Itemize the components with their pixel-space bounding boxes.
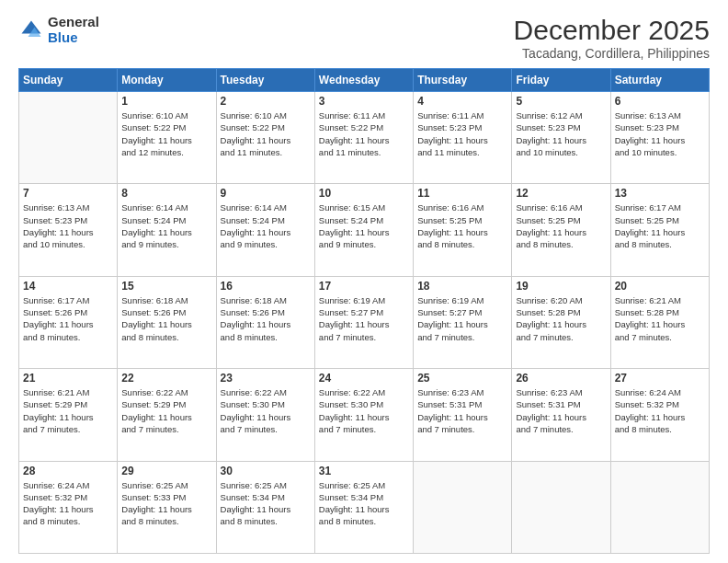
day-number: 11 [417, 187, 507, 200]
calendar-cell: 20Sunrise: 6:21 AM Sunset: 5:28 PM Dayli… [610, 276, 709, 368]
calendar-day-header: Wednesday [314, 69, 413, 92]
day-info: Sunrise: 6:22 AM Sunset: 5:30 PM Dayligh… [319, 386, 409, 435]
day-info: Sunrise: 6:19 AM Sunset: 5:27 PM Dayligh… [319, 294, 409, 343]
svg-marker-0 [22, 20, 41, 33]
day-number: 12 [516, 187, 606, 200]
day-info: Sunrise: 6:12 AM Sunset: 5:23 PM Dayligh… [516, 109, 606, 158]
day-number: 27 [615, 372, 705, 385]
calendar-cell: 7Sunrise: 6:13 AM Sunset: 5:23 PM Daylig… [19, 184, 118, 276]
day-number: 31 [319, 465, 409, 477]
day-number: 25 [417, 372, 507, 385]
day-info: Sunrise: 6:19 AM Sunset: 5:27 PM Dayligh… [417, 294, 507, 343]
header: General Blue December 2025 Tacadang, Cor… [18, 15, 710, 61]
calendar-cell: 15Sunrise: 6:18 AM Sunset: 5:26 PM Dayli… [118, 276, 216, 368]
day-number: 28 [23, 465, 113, 477]
calendar-cell: 18Sunrise: 6:19 AM Sunset: 5:27 PM Dayli… [414, 276, 512, 368]
day-number: 5 [516, 95, 606, 108]
calendar-cell: 9Sunrise: 6:14 AM Sunset: 5:24 PM Daylig… [216, 184, 314, 276]
day-number: 8 [121, 187, 211, 200]
calendar-cell: 2Sunrise: 6:10 AM Sunset: 5:22 PM Daylig… [216, 92, 314, 184]
calendar-subtitle: Tacadang, Cordillera, Philippines [514, 46, 710, 61]
day-info: Sunrise: 6:14 AM Sunset: 5:24 PM Dayligh… [121, 201, 211, 250]
day-number: 15 [121, 280, 211, 293]
calendar-cell: 19Sunrise: 6:20 AM Sunset: 5:28 PM Dayli… [512, 276, 610, 368]
calendar-day-header: Saturday [610, 69, 709, 92]
calendar-cell: 31Sunrise: 6:25 AM Sunset: 5:34 PM Dayli… [314, 461, 413, 553]
day-info: Sunrise: 6:25 AM Sunset: 5:33 PM Dayligh… [121, 479, 211, 528]
calendar-cell [610, 461, 709, 553]
calendar-cell: 29Sunrise: 6:25 AM Sunset: 5:33 PM Dayli… [118, 461, 216, 553]
title-block: December 2025 Tacadang, Cordillera, Phil… [514, 15, 710, 61]
day-info: Sunrise: 6:22 AM Sunset: 5:30 PM Dayligh… [221, 386, 311, 435]
calendar-week-row: 14Sunrise: 6:17 AM Sunset: 5:26 PM Dayli… [19, 276, 710, 368]
day-number: 23 [221, 372, 311, 385]
day-info: Sunrise: 6:25 AM Sunset: 5:34 PM Dayligh… [319, 479, 409, 528]
day-info: Sunrise: 6:23 AM Sunset: 5:31 PM Dayligh… [516, 386, 606, 435]
calendar-day-header: Sunday [19, 69, 118, 92]
day-info: Sunrise: 6:21 AM Sunset: 5:28 PM Dayligh… [615, 294, 705, 343]
day-info: Sunrise: 6:24 AM Sunset: 5:32 PM Dayligh… [615, 386, 705, 435]
calendar-week-row: 1Sunrise: 6:10 AM Sunset: 5:22 PM Daylig… [19, 92, 710, 184]
day-number: 26 [516, 372, 606, 385]
day-number: 13 [615, 187, 705, 200]
day-number: 2 [221, 95, 311, 108]
day-info: Sunrise: 6:11 AM Sunset: 5:22 PM Dayligh… [319, 109, 409, 158]
day-number: 20 [615, 280, 705, 293]
calendar-cell: 6Sunrise: 6:13 AM Sunset: 5:23 PM Daylig… [610, 92, 709, 184]
day-info: Sunrise: 6:14 AM Sunset: 5:24 PM Dayligh… [221, 201, 311, 250]
calendar-cell: 30Sunrise: 6:25 AM Sunset: 5:34 PM Dayli… [216, 461, 314, 553]
day-number: 21 [23, 372, 113, 385]
calendar-header-row: SundayMondayTuesdayWednesdayThursdayFrid… [19, 69, 710, 92]
calendar-table: SundayMondayTuesdayWednesdayThursdayFrid… [18, 68, 710, 554]
day-info: Sunrise: 6:17 AM Sunset: 5:25 PM Dayligh… [615, 201, 705, 250]
day-number: 19 [516, 280, 606, 293]
day-info: Sunrise: 6:23 AM Sunset: 5:31 PM Dayligh… [417, 386, 507, 435]
logo-text: General Blue [48, 15, 99, 45]
day-number: 14 [23, 280, 113, 293]
day-number: 4 [417, 95, 507, 108]
calendar-cell: 3Sunrise: 6:11 AM Sunset: 5:22 PM Daylig… [314, 92, 413, 184]
day-number: 7 [23, 187, 113, 200]
day-number: 18 [417, 280, 507, 293]
day-info: Sunrise: 6:11 AM Sunset: 5:23 PM Dayligh… [417, 109, 507, 158]
calendar-cell: 11Sunrise: 6:16 AM Sunset: 5:25 PM Dayli… [414, 184, 512, 276]
calendar-cell: 1Sunrise: 6:10 AM Sunset: 5:22 PM Daylig… [118, 92, 216, 184]
calendar-cell: 16Sunrise: 6:18 AM Sunset: 5:26 PM Dayli… [216, 276, 314, 368]
day-info: Sunrise: 6:17 AM Sunset: 5:26 PM Dayligh… [23, 294, 113, 343]
day-info: Sunrise: 6:18 AM Sunset: 5:26 PM Dayligh… [121, 294, 211, 343]
calendar-cell: 14Sunrise: 6:17 AM Sunset: 5:26 PM Dayli… [19, 276, 118, 368]
logo-blue: Blue [48, 30, 99, 46]
day-info: Sunrise: 6:15 AM Sunset: 5:24 PM Dayligh… [319, 201, 409, 250]
day-info: Sunrise: 6:13 AM Sunset: 5:23 PM Dayligh… [615, 109, 705, 158]
day-number: 3 [319, 95, 409, 108]
calendar-cell: 25Sunrise: 6:23 AM Sunset: 5:31 PM Dayli… [414, 369, 512, 461]
calendar-cell: 26Sunrise: 6:23 AM Sunset: 5:31 PM Dayli… [512, 369, 610, 461]
calendar-cell [414, 461, 512, 553]
day-info: Sunrise: 6:10 AM Sunset: 5:22 PM Dayligh… [121, 109, 211, 158]
day-info: Sunrise: 6:21 AM Sunset: 5:29 PM Dayligh… [23, 386, 113, 435]
day-info: Sunrise: 6:16 AM Sunset: 5:25 PM Dayligh… [417, 201, 507, 250]
calendar-day-header: Monday [118, 69, 216, 92]
calendar-cell: 24Sunrise: 6:22 AM Sunset: 5:30 PM Dayli… [314, 369, 413, 461]
day-number: 9 [221, 187, 311, 200]
day-number: 30 [221, 465, 311, 477]
day-info: Sunrise: 6:16 AM Sunset: 5:25 PM Dayligh… [516, 201, 606, 250]
day-info: Sunrise: 6:20 AM Sunset: 5:28 PM Dayligh… [516, 294, 606, 343]
calendar-day-header: Thursday [414, 69, 512, 92]
day-number: 16 [221, 280, 311, 293]
calendar-cell: 23Sunrise: 6:22 AM Sunset: 5:30 PM Dayli… [216, 369, 314, 461]
calendar-cell [19, 92, 118, 184]
day-number: 1 [121, 95, 211, 108]
day-number: 17 [319, 280, 409, 293]
calendar-cell [512, 461, 610, 553]
calendar-cell: 12Sunrise: 6:16 AM Sunset: 5:25 PM Dayli… [512, 184, 610, 276]
calendar-cell: 17Sunrise: 6:19 AM Sunset: 5:27 PM Dayli… [314, 276, 413, 368]
day-number: 6 [615, 95, 705, 108]
calendar-week-row: 7Sunrise: 6:13 AM Sunset: 5:23 PM Daylig… [19, 184, 710, 276]
calendar-title: December 2025 [514, 15, 710, 46]
calendar-cell: 8Sunrise: 6:14 AM Sunset: 5:24 PM Daylig… [118, 184, 216, 276]
day-info: Sunrise: 6:10 AM Sunset: 5:22 PM Dayligh… [221, 109, 311, 158]
day-info: Sunrise: 6:13 AM Sunset: 5:23 PM Dayligh… [23, 201, 113, 250]
day-number: 10 [319, 187, 409, 200]
day-info: Sunrise: 6:25 AM Sunset: 5:34 PM Dayligh… [221, 479, 311, 528]
